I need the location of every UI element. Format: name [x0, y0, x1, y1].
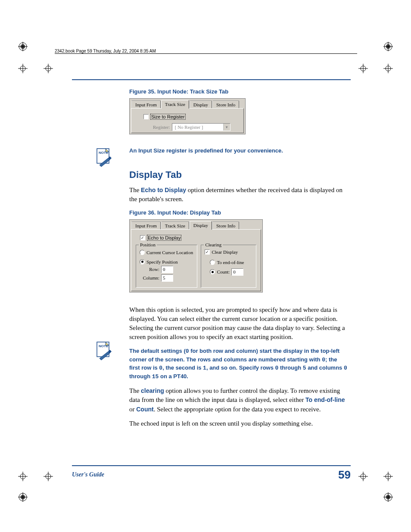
dialog-track-size: Input From Track Size Display Store Info…	[129, 98, 246, 134]
clearing-group: Clearing ✓ Clear Display To end-of-line …	[201, 245, 256, 288]
tab-display[interactable]: Display	[190, 100, 212, 109]
body-paragraph: The echoed input is left on the screen u…	[129, 419, 349, 428]
reg-mark	[383, 42, 393, 51]
reg-mark	[18, 42, 28, 51]
crosshair-mark	[383, 472, 393, 481]
tab-store-info[interactable]: Store Info	[212, 100, 239, 109]
figure-caption: Figure 35. Input Node: Track Size Tab	[129, 88, 349, 95]
reg-mark	[18, 492, 28, 502]
tab-track-size[interactable]: Track Size	[161, 100, 189, 109]
tab-track-size[interactable]: Track Size	[161, 221, 189, 230]
checkbox-label: Size to Register	[150, 114, 186, 120]
to-end-of-line-radio[interactable]: To end-of-line	[210, 260, 252, 265]
register-label: Register:	[153, 124, 170, 130]
row-input[interactable]	[161, 266, 173, 273]
section-heading: Display Tab	[129, 169, 349, 180]
count-input[interactable]	[231, 268, 243, 276]
crosshair-mark	[44, 472, 53, 481]
fieldset-legend: Clearing	[204, 242, 223, 247]
radio-icon	[140, 259, 145, 264]
fieldset-legend: Position	[139, 242, 157, 247]
checkbox-icon: ✓	[205, 249, 210, 255]
tab-input-from[interactable]: Input From	[131, 100, 161, 109]
reg-mark	[383, 492, 393, 502]
tab-store-info[interactable]: Store Info	[212, 221, 239, 230]
crosshair-mark	[383, 64, 393, 73]
tab-input-from[interactable]: Input From	[131, 221, 161, 230]
chevron-down-icon: ▼	[223, 124, 230, 131]
size-to-register-checkbox[interactable]: Size to Register	[143, 114, 186, 120]
radio-icon	[210, 260, 215, 265]
position-group: Position Current Cursor Location Specify…	[136, 245, 197, 288]
checkbox-icon	[143, 114, 149, 119]
crosshair-mark	[18, 64, 28, 73]
pdf-header-line: 2342.book Page 59 Thursday, July 22, 200…	[55, 49, 156, 53]
footer-title: User's Guide	[72, 471, 104, 478]
radio-icon	[140, 250, 145, 255]
svg-text:NOTE: NOTE	[99, 344, 109, 348]
count-radio[interactable]: Count:	[210, 268, 252, 276]
top-rule	[72, 79, 351, 80]
note-icon: NOTE	[93, 341, 112, 361]
register-combo[interactable]: [ No Register ] ▼	[172, 123, 230, 131]
body-paragraph: The clearing option allows you to furthe…	[129, 386, 349, 414]
combo-value: [ No Register ]	[172, 124, 223, 131]
crosshair-mark	[44, 64, 53, 73]
specify-position-radio[interactable]: Specify Position	[140, 259, 193, 264]
note-icon: NOTE	[93, 148, 112, 168]
column-input[interactable]	[161, 274, 173, 282]
body-paragraph: The Echo to Display option determines wh…	[129, 186, 349, 204]
row-label: Row:	[140, 267, 159, 272]
body-paragraph: When this option is selected, you are pr…	[129, 305, 349, 342]
clear-display-checkbox[interactable]: ✓ Clear Display	[205, 249, 238, 255]
note-text: The default settings (0 for both row and…	[129, 347, 349, 381]
crosshair-mark	[358, 472, 368, 481]
echo-to-display-checkbox[interactable]: ✓ Echo to Display	[140, 235, 181, 241]
footer-rule	[72, 465, 351, 466]
column-label: Column:	[140, 275, 159, 280]
current-cursor-radio[interactable]: Current Cursor Location	[140, 250, 193, 255]
radio-icon	[210, 269, 215, 274]
checkbox-label: Echo to Display	[147, 235, 181, 241]
dialog-display: Input From Track Size Display Store Info…	[129, 219, 263, 292]
tab-display[interactable]: Display	[190, 221, 212, 230]
svg-text:NOTE: NOTE	[99, 151, 109, 155]
header-rule	[55, 53, 357, 54]
note-text: An Input Size register is predefined for…	[129, 147, 349, 154]
crosshair-mark	[18, 472, 28, 481]
page-number: 59	[338, 468, 351, 482]
checkbox-icon: ✓	[140, 235, 145, 240]
figure-caption: Figure 36. Input Node: Display Tab	[129, 209, 349, 216]
crosshair-mark	[358, 64, 368, 73]
